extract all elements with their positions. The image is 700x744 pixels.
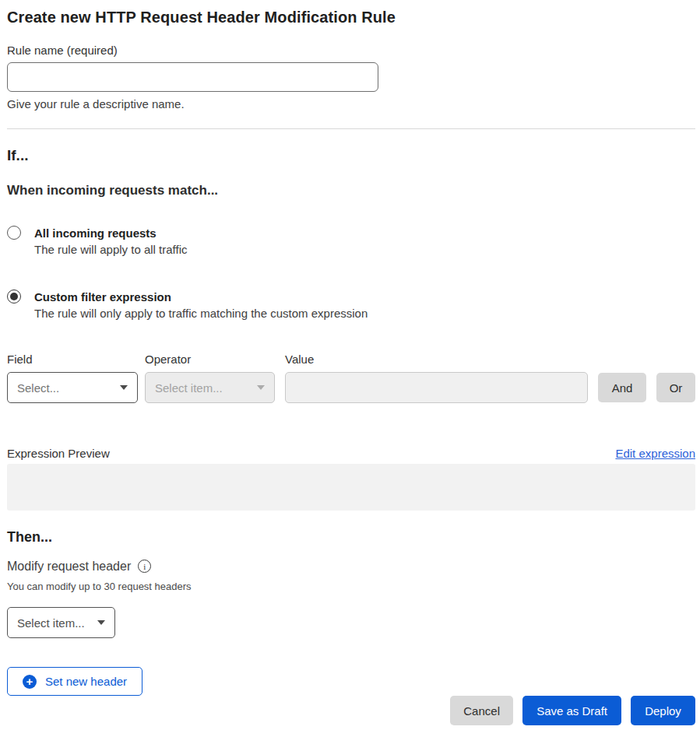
operator-select-value: Select item... <box>155 381 223 395</box>
radio-option-text: Custom filter expression The rule will o… <box>34 289 368 322</box>
create-rule-page: Create new HTTP Request Header Modificat… <box>7 6 695 725</box>
info-icon[interactable]: i <box>138 560 151 573</box>
radio-selected-icon[interactable] <box>7 290 21 304</box>
radio-option-all-incoming-requests[interactable]: All incoming requests The rule will appl… <box>7 225 695 258</box>
set-new-header-label: Set new header <box>45 675 127 688</box>
section-divider <box>7 128 695 129</box>
radio-option-custom-filter-expression[interactable]: Custom filter expression The rule will o… <box>7 289 695 322</box>
radio-option-label: Custom filter expression <box>34 289 368 305</box>
rule-name-help: Give your rule a descriptive name. <box>7 97 695 112</box>
operator-label: Operator <box>145 352 275 367</box>
chevron-down-icon <box>257 385 265 390</box>
radio-option-description: The rule will apply to all traffic <box>34 241 187 258</box>
header-action-select[interactable]: Select item... <box>7 607 115 638</box>
field-label: Field <box>7 352 138 367</box>
operator-select[interactable]: Select item... <box>145 372 275 403</box>
plus-icon: + <box>23 675 37 689</box>
radio-unselected-icon[interactable] <box>7 226 21 240</box>
cancel-button[interactable]: Cancel <box>450 696 513 725</box>
chevron-down-icon <box>97 620 105 625</box>
page-title: Create new HTTP Request Header Modificat… <box>7 6 695 28</box>
field-select-value: Select... <box>17 381 59 395</box>
then-heading: Then... <box>7 528 695 547</box>
match-subheading: When incoming requests match... <box>7 182 695 199</box>
modify-request-header-label: Modify request header <box>7 558 131 574</box>
operator-column: Operator Select item... <box>145 352 275 403</box>
expression-preview-box <box>7 464 695 511</box>
field-column: Field Select... <box>7 352 138 403</box>
value-label: Value <box>285 352 588 367</box>
radio-option-text: All incoming requests The rule will appl… <box>34 225 187 258</box>
save-as-draft-button[interactable]: Save as Draft <box>522 696 621 725</box>
rule-name-label: Rule name (required) <box>7 43 695 58</box>
header-action-select-value: Select item... <box>17 616 85 630</box>
if-heading: If... <box>7 146 695 166</box>
expression-preview-label: Expression Preview <box>7 447 110 460</box>
deploy-button[interactable]: Deploy <box>631 696 695 725</box>
and-button[interactable]: And <box>598 373 646 402</box>
radio-option-description: The rule will only apply to traffic matc… <box>34 305 368 322</box>
value-input[interactable] <box>285 372 588 403</box>
header-limit-hint: You can modify up to 30 request headers <box>7 580 695 593</box>
value-column: Value <box>285 352 588 403</box>
modify-header-row: Modify request header i <box>7 558 695 574</box>
footer-actions: Cancel Save as Draft Deploy <box>7 696 695 725</box>
set-new-header-button[interactable]: + Set new header <box>7 667 142 696</box>
field-select[interactable]: Select... <box>7 372 138 403</box>
edit-expression-link[interactable]: Edit expression <box>615 447 695 460</box>
expression-builder-row: Field Select... Operator Select item... … <box>7 352 695 403</box>
rule-name-input[interactable] <box>7 62 378 92</box>
expression-preview-header: Expression Preview Edit expression <box>7 447 695 460</box>
radio-option-label: All incoming requests <box>34 225 187 241</box>
or-button[interactable]: Or <box>656 373 695 402</box>
chevron-down-icon <box>120 385 128 390</box>
